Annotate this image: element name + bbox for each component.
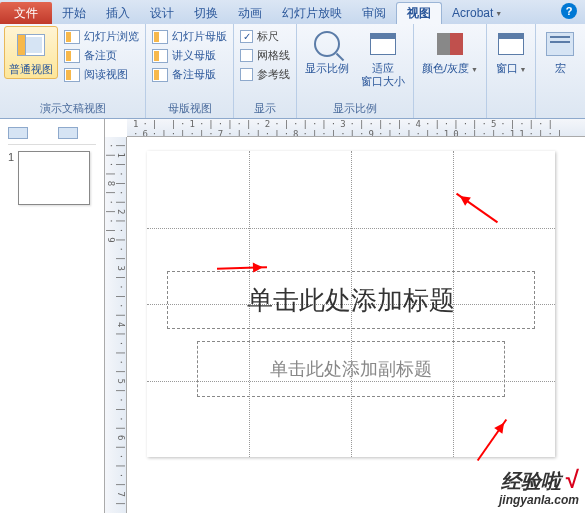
tab-design[interactable]: 设计 — [140, 2, 184, 24]
notes-page-button[interactable]: 备注页 — [62, 47, 141, 64]
notes-master-icon — [152, 68, 168, 82]
window-button[interactable]: 窗口▼ — [491, 26, 531, 77]
thumb-number: 1 — [8, 151, 14, 163]
ribbon-group-label — [418, 114, 482, 118]
ribbon-group-label — [491, 114, 531, 118]
ruler-vertical[interactable]: |1|·|·|2|·|·|3|·|·|4|·|·|5|·|·|6|·|·|7|·… — [105, 137, 127, 513]
normal-view-icon — [17, 34, 45, 56]
slide-browse-button[interactable]: 幻灯片浏览 — [62, 28, 141, 45]
chevron-down-icon: ▼ — [495, 10, 502, 17]
annotation-arrow — [217, 266, 267, 270]
notes-master-button[interactable]: 备注母版 — [150, 66, 229, 83]
annotation-arrow — [456, 193, 498, 223]
workspace: 1 1·| |·1·|·|·|·2·|·|·|·3·|·|·|·4·|·|·|·… — [0, 119, 585, 513]
title-placeholder[interactable]: 单击此处添加标题 — [167, 271, 535, 329]
slide[interactable]: 单击此处添加标题 单击此处添加副标题 — [147, 151, 555, 457]
ruler-checkbox[interactable]: ✓标尺 — [238, 28, 292, 45]
macro-button[interactable]: 宏 — [540, 26, 580, 77]
chevron-down-icon: ▼ — [520, 66, 527, 73]
gridlines-checkbox[interactable]: 网格线 — [238, 47, 292, 64]
subtitle-placeholder[interactable]: 单击此处添加副标题 — [197, 341, 505, 397]
slide-browse-icon — [64, 30, 80, 44]
ruler-horizontal[interactable]: 1·| |·1·|·|·|·2·|·|·|·3·|·|·|·4·|·|·|·5·… — [127, 119, 585, 137]
handout-master-icon — [152, 49, 168, 63]
color-gray-icon — [437, 33, 463, 55]
ribbon-group-label — [540, 114, 580, 118]
ribbon-group-label: 显示比例 — [301, 99, 409, 118]
notes-page-icon — [64, 49, 80, 63]
slide-editor: 1·| |·1·|·|·|·2·|·|·|·3·|·|·|·4·|·|·|·5·… — [105, 119, 585, 513]
annotation-arrow — [477, 419, 507, 461]
ribbon: 普通视图 幻灯片浏览 备注页 阅读视图 演示文稿视图 幻灯片母版 讲义母版 备注… — [0, 24, 585, 119]
watermark: 经验啦 √ jingyanla.com — [499, 466, 579, 507]
checkbox-icon — [240, 49, 253, 62]
checkbox-icon: ✓ — [240, 30, 253, 43]
ribbon-group-label: 演示文稿视图 — [4, 99, 141, 118]
guides-checkbox[interactable]: 参考线 — [238, 66, 292, 83]
ribbon-group-label: 母版视图 — [150, 99, 229, 118]
slide-thumbnail[interactable]: 1 — [8, 151, 96, 205]
fit-window-icon — [370, 33, 396, 55]
ribbon-group-label: 显示 — [238, 99, 292, 118]
handout-master-button[interactable]: 讲义母版 — [150, 47, 229, 64]
thumbnail-panel: 1 — [0, 119, 105, 513]
tab-review[interactable]: 审阅 — [352, 2, 396, 24]
watermark-text: 经验啦 — [501, 470, 561, 492]
ribbon-group-show: ✓标尺 网格线 参考线 显示 — [234, 24, 297, 118]
magnifier-icon — [314, 31, 340, 57]
ribbon-group-color: 颜色/灰度▼ — [414, 24, 487, 118]
thumb-tab-icon — [58, 127, 78, 139]
slide-master-icon — [152, 30, 168, 44]
zoom-button[interactable]: 显示比例 — [301, 26, 353, 77]
tab-bar: 文件 开始 插入 设计 切换 动画 幻灯片放映 审阅 视图 Acrobat▼ ? — [0, 0, 585, 24]
check-icon: √ — [566, 466, 579, 493]
reading-view-icon — [64, 68, 80, 82]
tab-slideshow[interactable]: 幻灯片放映 — [272, 2, 352, 24]
color-gray-button[interactable]: 颜色/灰度▼ — [418, 26, 482, 77]
thumb-panel-tabs[interactable] — [8, 127, 96, 145]
tab-transitions[interactable]: 切换 — [184, 2, 228, 24]
tab-acrobat[interactable]: Acrobat▼ — [442, 2, 512, 24]
chevron-down-icon: ▼ — [471, 66, 478, 73]
tab-insert[interactable]: 插入 — [96, 2, 140, 24]
ribbon-group-macro: 宏 — [536, 24, 584, 118]
macro-icon — [546, 32, 574, 56]
ribbon-group-zoom: 显示比例 适应 窗口大小 显示比例 — [297, 24, 414, 118]
help-icon[interactable]: ? — [561, 3, 577, 19]
canvas[interactable]: 单击此处添加标题 单击此处添加副标题 — [127, 137, 585, 513]
normal-view-button[interactable]: 普通视图 — [4, 26, 58, 79]
ribbon-group-window: 窗口▼ — [487, 24, 536, 118]
reading-view-button[interactable]: 阅读视图 — [62, 66, 141, 83]
tab-view[interactable]: 视图 — [396, 2, 442, 24]
watermark-url: jingyanla.com — [499, 493, 579, 507]
file-tab[interactable]: 文件 — [0, 2, 52, 24]
ribbon-group-master: 幻灯片母版 讲义母版 备注母版 母版视图 — [146, 24, 234, 118]
checkbox-icon — [240, 68, 253, 81]
slide-master-button[interactable]: 幻灯片母版 — [150, 28, 229, 45]
window-icon — [498, 33, 524, 55]
thumb-preview — [18, 151, 90, 205]
fit-window-button[interactable]: 适应 窗口大小 — [357, 26, 409, 90]
tab-home[interactable]: 开始 — [52, 2, 96, 24]
tab-animations[interactable]: 动画 — [228, 2, 272, 24]
ribbon-group-views: 普通视图 幻灯片浏览 备注页 阅读视图 演示文稿视图 — [0, 24, 146, 118]
thumb-tab-icon — [8, 127, 28, 139]
